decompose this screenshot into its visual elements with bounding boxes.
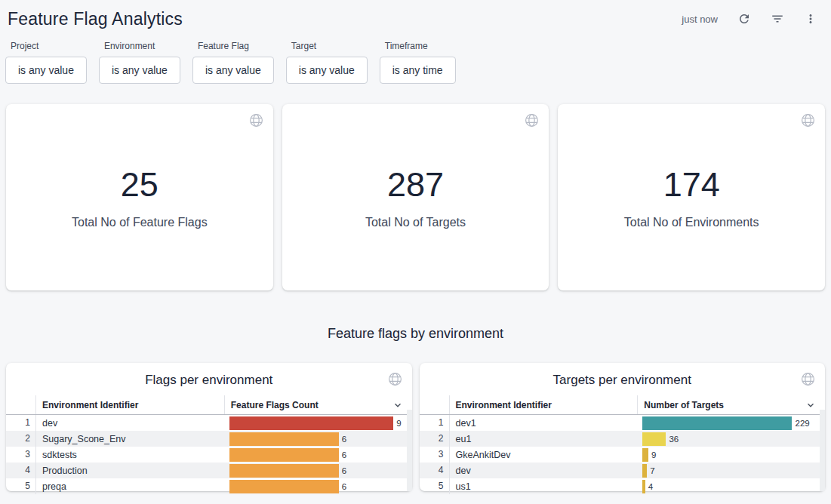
filter-label: Target xyxy=(291,41,368,51)
column-header-environment-identifier[interactable]: Environment Identifier xyxy=(450,395,638,414)
bar-cell: 4 xyxy=(637,478,825,494)
bar xyxy=(642,416,792,430)
column-header-label: Feature Flags Count xyxy=(231,400,319,410)
bar-value: 36 xyxy=(669,435,679,444)
table-row: 2 eu1 36 xyxy=(420,431,826,447)
env-name-cell: dev1 xyxy=(450,418,638,429)
bar-value: 9 xyxy=(396,419,401,428)
table-row: 5 preqa 6 xyxy=(6,478,412,494)
filter-value-button-feature-flag[interactable]: is any value xyxy=(192,57,274,84)
timezone-globe-icon[interactable] xyxy=(248,112,264,128)
filter-value-button-timeframe[interactable]: is any time xyxy=(380,57,456,84)
timezone-globe-icon[interactable] xyxy=(387,371,403,387)
bar xyxy=(229,432,339,446)
bar-value: 6 xyxy=(342,450,346,459)
env-name-cell: Production xyxy=(36,466,224,476)
kpi-card-feature-flags: 25 Total No of Feature Flags xyxy=(6,104,273,290)
table-scrollbar[interactable] xyxy=(407,410,412,491)
filter-group-timeframe: Timeframe is any time xyxy=(380,41,456,84)
env-name-cell: eu1 xyxy=(450,434,638,444)
column-header-environment-identifier[interactable]: Environment Identifier xyxy=(36,395,224,414)
bar xyxy=(229,464,339,478)
chevron-down-icon[interactable] xyxy=(392,400,403,410)
bar xyxy=(642,432,666,446)
bar-cell: 6 xyxy=(224,431,412,447)
row-index: 5 xyxy=(6,478,36,494)
bar-cell: 9 xyxy=(637,447,825,463)
more-options-icon[interactable] xyxy=(804,12,817,26)
header-controls: just now xyxy=(682,12,817,26)
table-header: Environment Identifier Number of Targets xyxy=(420,395,826,415)
table-row: 1 dev 9 xyxy=(6,415,412,431)
bar-cell: 6 xyxy=(224,478,412,494)
row-number-column-header xyxy=(420,395,450,414)
bar xyxy=(229,416,394,430)
table-body: 1 dev1 229 2 eu1 36 3 GkeAnkitDev xyxy=(420,415,826,494)
kpi-value: 287 xyxy=(387,165,444,204)
row-number-column-header xyxy=(6,395,36,414)
bar xyxy=(229,480,339,493)
bar-cell: 6 xyxy=(224,447,412,463)
timezone-globe-icon[interactable] xyxy=(800,371,816,387)
timezone-globe-icon[interactable] xyxy=(524,112,540,128)
page-title: Feature Flag Analytics xyxy=(8,9,183,29)
tables-row: Flags per environment Environment Identi… xyxy=(6,363,825,491)
bar xyxy=(642,464,647,478)
kpi-value: 25 xyxy=(121,165,159,204)
table-card-targets-per-environment: Targets per environment Environment Iden… xyxy=(420,363,826,491)
table-row: 1 dev1 229 xyxy=(420,415,826,431)
row-index: 5 xyxy=(420,478,450,494)
filter-label: Feature Flag xyxy=(198,41,274,51)
kpi-tiles-row: 25 Total No of Feature Flags 287 Total N… xyxy=(6,104,825,290)
table-row: 5 us1 4 xyxy=(420,478,826,494)
row-index: 1 xyxy=(6,415,36,431)
bar-cell: 7 xyxy=(637,463,825,478)
bar xyxy=(642,480,645,493)
env-name-cell: sdktests xyxy=(36,450,224,460)
table-scrollbar[interactable] xyxy=(820,410,825,491)
timezone-globe-icon[interactable] xyxy=(800,112,816,128)
filter-value-button-target[interactable]: is any value xyxy=(286,57,368,84)
filter-group-feature-flag: Feature Flag is any value xyxy=(192,41,274,84)
chevron-down-icon[interactable] xyxy=(805,400,816,410)
table-row: 2 Sugary_Scone_Env 6 xyxy=(6,431,412,447)
filter-value-button-environment[interactable]: is any value xyxy=(99,57,180,84)
row-index: 1 xyxy=(420,415,450,431)
filter-icon[interactable] xyxy=(771,12,784,26)
env-name-cell: dev xyxy=(450,466,638,476)
env-name-cell: us1 xyxy=(450,481,638,492)
bar xyxy=(642,448,648,462)
refresh-icon[interactable] xyxy=(737,12,751,26)
env-name-cell: dev xyxy=(36,418,224,429)
table-title: Targets per environment xyxy=(420,367,826,395)
last-updated-label: just now xyxy=(682,14,718,25)
bar-cell: 36 xyxy=(637,431,825,447)
table-header: Environment Identifier Feature Flags Cou… xyxy=(6,395,412,415)
filter-group-target: Target is any value xyxy=(286,41,368,84)
bar-cell: 229 xyxy=(637,415,825,431)
kpi-card-targets: 287 Total No of Targets xyxy=(282,104,549,290)
filter-label: Timeframe xyxy=(385,41,456,51)
filter-bar: Project is any value Environment is any … xyxy=(0,32,831,84)
bar-value: 9 xyxy=(651,450,656,459)
kpi-card-environments: 174 Total No of Environments xyxy=(558,104,825,290)
bar-value: 6 xyxy=(342,435,346,444)
table-row: 3 GkeAnkitDev 9 xyxy=(420,447,826,463)
row-index: 4 xyxy=(6,463,36,478)
table-row: 4 Production 6 xyxy=(6,463,412,478)
column-header-number-of-targets[interactable]: Number of Targets xyxy=(637,395,825,414)
section-title: Feature flags by environment xyxy=(0,326,831,342)
column-header-label: Number of Targets xyxy=(644,400,724,410)
kpi-label: Total No of Targets xyxy=(365,216,466,229)
row-index: 3 xyxy=(6,447,36,463)
filter-value-button-project[interactable]: is any value xyxy=(5,57,87,84)
bar-cell: 9 xyxy=(224,415,412,431)
table-row: 4 dev 7 xyxy=(420,463,826,478)
column-header-feature-flags-count[interactable]: Feature Flags Count xyxy=(224,395,412,414)
row-index: 2 xyxy=(420,431,450,447)
bar-cell: 6 xyxy=(224,463,412,478)
table-card-flags-per-environment: Flags per environment Environment Identi… xyxy=(6,363,412,491)
filter-label: Environment xyxy=(104,41,180,51)
row-index: 2 xyxy=(6,431,36,447)
bar xyxy=(229,448,339,462)
